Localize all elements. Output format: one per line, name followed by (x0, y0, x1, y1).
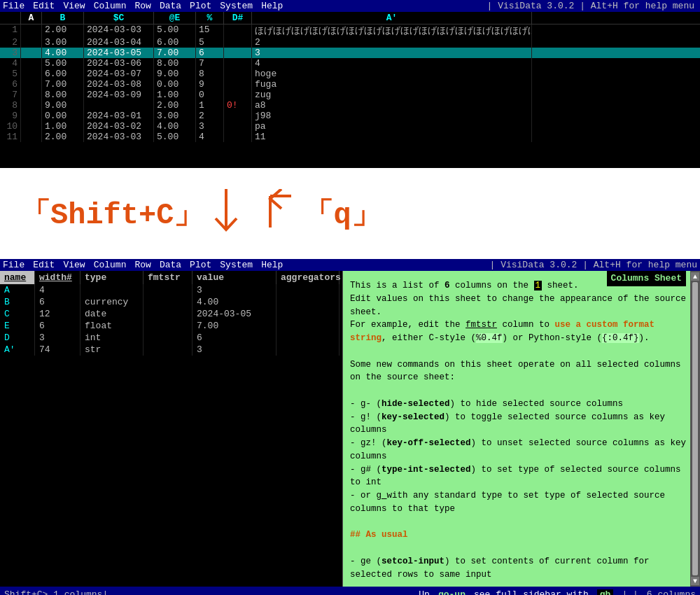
gb-shortcut: gb (597, 589, 614, 595)
table-row: 2 3.00 2024-03-04 6.00 5 2 (0, 37, 700, 48)
table-row: 4 5.00 2024-03-06 8.00 7 4 (0, 58, 700, 69)
col-header-A: A (21, 12, 42, 24)
bottom-columns-sheet: File Edit View Column Row Data Plot Syst… (0, 259, 700, 595)
bottom-menu-row[interactable]: Row (134, 260, 150, 270)
sidebar-content: This is a list of 6 columns on the 1 she… (350, 279, 693, 581)
col-header-value: value (192, 271, 276, 284)
table-row: 9 0.00 2024-03-01 3.00 2 j98 (0, 111, 700, 121)
bottom-menu-plot[interactable]: Plot (190, 260, 211, 270)
status-left: Shift+C> 1_columns| (4, 589, 108, 595)
top-menu-bar: File Edit View Column Row Data Plot Syst… (0, 0, 700, 12)
bottom-menu-column[interactable]: Column (94, 260, 127, 270)
sidebar-title: Columns Sheet (607, 271, 686, 286)
columns-table-panel: name width# type fmtstr value aggregator… (0, 271, 343, 587)
see-full-sidebar-label: see full sidebar with (474, 589, 589, 595)
table-row: 10 1.00 2024-03-02 4.00 3 pa (0, 121, 700, 132)
scroll-down-btn[interactable]: ▼ (691, 577, 699, 585)
menu-file[interactable]: File (3, 1, 24, 11)
row-num: 1 (0, 24, 21, 37)
status-bar: Shift+C> 1_columns| Up go-up see full si… (0, 587, 700, 595)
table-row: 11 2.00 2024-03-03 5.00 4 11 (0, 132, 700, 142)
menu-help[interactable]: Help (261, 1, 283, 11)
bottom-menu-system[interactable]: System (220, 260, 253, 270)
shift-c-label: 「Shift+C」 (21, 194, 203, 233)
bottom-menu-view[interactable]: View (63, 260, 85, 270)
table-row: 5 6.00 2024-03-07 9.00 8 hoge (0, 69, 700, 79)
scroll-thumb (692, 282, 698, 575)
col-header-agg: aggregators (276, 271, 340, 284)
sidebar-scrollbar[interactable]: ▲ ▼ (690, 271, 700, 587)
table-row: 6 7.00 2024-03-08 0.00 9 fuga (0, 79, 700, 90)
spreadsheet-column-headers: A B $C @E % D# A' (0, 12, 700, 24)
columns-list-item: C 12 date 2024-03-05 (0, 308, 342, 320)
menu-row[interactable]: Row (134, 1, 150, 11)
table-row: 1 2.00 2024-03-03 5.00 15 ほげほげほげほげほげほげほげ… (0, 24, 700, 37)
q-label: 「q」 (304, 194, 380, 233)
columns-list-item: D 3 int 6 (0, 332, 342, 344)
spreadsheet-body: 1 2.00 2024-03-03 5.00 15 ほげほげほげほげほげほげほげ… (0, 24, 700, 168)
col-header-C: $C (84, 12, 154, 24)
col-count-label: 6 columns (647, 589, 696, 595)
go-up-button[interactable]: go-up (438, 589, 465, 595)
columns-list-item: E 6 float 7.00 (0, 320, 342, 332)
menu-view[interactable]: View (63, 1, 85, 11)
col-header-width: width# (35, 271, 80, 284)
menu-column[interactable]: Column (94, 1, 127, 11)
bottom-menu-bar: File Edit View Column Row Data Plot Syst… (0, 259, 700, 271)
col-header-pct: % (196, 12, 224, 24)
bottom-menu-edit[interactable]: Edit (33, 260, 55, 270)
col-header-D: D# (224, 12, 252, 24)
col-count: | | (622, 589, 638, 595)
table-row: 3 4.00 2024-03-05 7.00 6 3 (0, 48, 700, 58)
bottom-menu-data[interactable]: Data (160, 260, 181, 270)
col-header-fmtstr: fmtstr (144, 271, 192, 284)
sidebar-panel: Columns Sheet This is a list of 6 column… (343, 271, 700, 587)
col-header-type: type (80, 271, 144, 284)
col-header-Ap: A' (252, 12, 532, 24)
middle-instructions: 「Shift+C」 「q」 (0, 168, 700, 259)
col-header-B: B (42, 12, 84, 24)
menu-system[interactable]: System (220, 1, 253, 11)
columns-list-item: A 4 3 (0, 284, 342, 296)
menu-plot[interactable]: Plot (190, 1, 211, 11)
col-header-E: @E (154, 12, 196, 24)
bottom-menu-file[interactable]: File (3, 260, 24, 270)
menu-data[interactable]: Data (160, 1, 181, 11)
bottom-body: name width# type fmtstr value aggregator… (0, 271, 700, 587)
scroll-up-btn[interactable]: ▲ (691, 272, 699, 281)
columns-list-item: A' 74 str 3 (0, 344, 342, 356)
down-arrow-icon (209, 189, 244, 238)
col-header-name: name (0, 271, 35, 284)
columns-list-item: B 6 currency 4.00 (0, 296, 342, 308)
bottom-app-info: | VisiData 3.0.2 | Alt+H for help menu (490, 260, 697, 270)
col-header-rownum (0, 12, 21, 24)
top-visidata-panel: File Edit View Column Row Data Plot Syst… (0, 0, 700, 168)
menu-divider: | VisiData 3.0.2 | Alt+H for help menu (487, 1, 694, 11)
bottom-menu-help[interactable]: Help (261, 260, 283, 270)
instruction-text: 「Shift+C」 「q」 (21, 189, 381, 238)
table-row: 7 8.00 2024-03-09 1.00 0 zug (0, 90, 700, 100)
nav-up-label: Up (419, 589, 430, 595)
status-right: Up go-up see full sidebar with gb | | 6 … (419, 589, 696, 595)
menu-edit[interactable]: Edit (33, 1, 55, 11)
up-arrow-icon (256, 189, 298, 238)
table-row: 8 9.00 2.00 1 0! a8 (0, 100, 700, 111)
columns-table-header: name width# type fmtstr value aggregator… (0, 271, 342, 284)
